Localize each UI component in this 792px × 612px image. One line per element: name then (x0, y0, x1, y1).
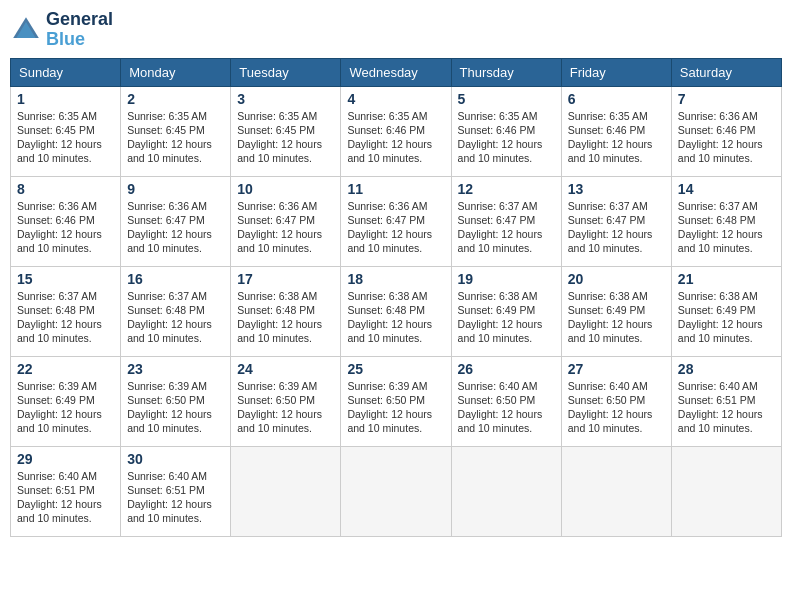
day-number: 25 (347, 361, 444, 377)
day-info: Sunrise: 6:35 AMSunset: 6:45 PMDaylight:… (237, 109, 334, 166)
day-info: Sunrise: 6:37 AMSunset: 6:48 PMDaylight:… (127, 289, 224, 346)
day-number: 14 (678, 181, 775, 197)
calendar-cell (561, 446, 671, 536)
calendar-cell: 22Sunrise: 6:39 AMSunset: 6:49 PMDayligh… (11, 356, 121, 446)
calendar-cell (231, 446, 341, 536)
calendar-cell: 12Sunrise: 6:37 AMSunset: 6:47 PMDayligh… (451, 176, 561, 266)
calendar-cell: 13Sunrise: 6:37 AMSunset: 6:47 PMDayligh… (561, 176, 671, 266)
calendar-cell: 26Sunrise: 6:40 AMSunset: 6:50 PMDayligh… (451, 356, 561, 446)
calendar-cell: 10Sunrise: 6:36 AMSunset: 6:47 PMDayligh… (231, 176, 341, 266)
day-info: Sunrise: 6:37 AMSunset: 6:47 PMDaylight:… (568, 199, 665, 256)
day-number: 7 (678, 91, 775, 107)
col-header-sunday: Sunday (11, 58, 121, 86)
day-info: Sunrise: 6:36 AMSunset: 6:46 PMDaylight:… (678, 109, 775, 166)
week-row-5: 29Sunrise: 6:40 AMSunset: 6:51 PMDayligh… (11, 446, 782, 536)
day-info: Sunrise: 6:37 AMSunset: 6:48 PMDaylight:… (17, 289, 114, 346)
calendar-header-row: SundayMondayTuesdayWednesdayThursdayFrid… (11, 58, 782, 86)
calendar-cell: 4Sunrise: 6:35 AMSunset: 6:46 PMDaylight… (341, 86, 451, 176)
day-number: 22 (17, 361, 114, 377)
day-number: 26 (458, 361, 555, 377)
day-number: 1 (17, 91, 114, 107)
calendar-cell: 21Sunrise: 6:38 AMSunset: 6:49 PMDayligh… (671, 266, 781, 356)
day-number: 23 (127, 361, 224, 377)
calendar-cell: 14Sunrise: 6:37 AMSunset: 6:48 PMDayligh… (671, 176, 781, 266)
week-row-1: 1Sunrise: 6:35 AMSunset: 6:45 PMDaylight… (11, 86, 782, 176)
day-number: 19 (458, 271, 555, 287)
calendar-cell (341, 446, 451, 536)
day-info: Sunrise: 6:38 AMSunset: 6:48 PMDaylight:… (237, 289, 334, 346)
day-number: 18 (347, 271, 444, 287)
calendar-cell: 1Sunrise: 6:35 AMSunset: 6:45 PMDaylight… (11, 86, 121, 176)
calendar-cell: 28Sunrise: 6:40 AMSunset: 6:51 PMDayligh… (671, 356, 781, 446)
day-info: Sunrise: 6:35 AMSunset: 6:46 PMDaylight:… (347, 109, 444, 166)
day-number: 20 (568, 271, 665, 287)
day-info: Sunrise: 6:40 AMSunset: 6:51 PMDaylight:… (127, 469, 224, 526)
day-info: Sunrise: 6:38 AMSunset: 6:49 PMDaylight:… (568, 289, 665, 346)
day-number: 16 (127, 271, 224, 287)
calendar-cell: 23Sunrise: 6:39 AMSunset: 6:50 PMDayligh… (121, 356, 231, 446)
day-number: 28 (678, 361, 775, 377)
day-info: Sunrise: 6:39 AMSunset: 6:50 PMDaylight:… (237, 379, 334, 436)
calendar-cell (671, 446, 781, 536)
calendar-cell: 11Sunrise: 6:36 AMSunset: 6:47 PMDayligh… (341, 176, 451, 266)
day-info: Sunrise: 6:39 AMSunset: 6:49 PMDaylight:… (17, 379, 114, 436)
calendar-cell: 16Sunrise: 6:37 AMSunset: 6:48 PMDayligh… (121, 266, 231, 356)
day-info: Sunrise: 6:40 AMSunset: 6:51 PMDaylight:… (678, 379, 775, 436)
calendar: SundayMondayTuesdayWednesdayThursdayFrid… (10, 58, 782, 537)
day-number: 8 (17, 181, 114, 197)
day-number: 30 (127, 451, 224, 467)
day-info: Sunrise: 6:35 AMSunset: 6:46 PMDaylight:… (458, 109, 555, 166)
calendar-cell: 6Sunrise: 6:35 AMSunset: 6:46 PMDaylight… (561, 86, 671, 176)
page-header: General Blue (10, 10, 782, 50)
day-info: Sunrise: 6:38 AMSunset: 6:48 PMDaylight:… (347, 289, 444, 346)
day-info: Sunrise: 6:35 AMSunset: 6:45 PMDaylight:… (127, 109, 224, 166)
calendar-cell (451, 446, 561, 536)
day-info: Sunrise: 6:38 AMSunset: 6:49 PMDaylight:… (458, 289, 555, 346)
calendar-cell: 30Sunrise: 6:40 AMSunset: 6:51 PMDayligh… (121, 446, 231, 536)
day-number: 4 (347, 91, 444, 107)
day-number: 24 (237, 361, 334, 377)
day-info: Sunrise: 6:35 AMSunset: 6:45 PMDaylight:… (17, 109, 114, 166)
week-row-4: 22Sunrise: 6:39 AMSunset: 6:49 PMDayligh… (11, 356, 782, 446)
calendar-cell: 20Sunrise: 6:38 AMSunset: 6:49 PMDayligh… (561, 266, 671, 356)
day-number: 27 (568, 361, 665, 377)
day-number: 29 (17, 451, 114, 467)
day-info: Sunrise: 6:36 AMSunset: 6:46 PMDaylight:… (17, 199, 114, 256)
day-number: 11 (347, 181, 444, 197)
day-info: Sunrise: 6:36 AMSunset: 6:47 PMDaylight:… (347, 199, 444, 256)
day-info: Sunrise: 6:39 AMSunset: 6:50 PMDaylight:… (127, 379, 224, 436)
day-number: 12 (458, 181, 555, 197)
day-info: Sunrise: 6:38 AMSunset: 6:49 PMDaylight:… (678, 289, 775, 346)
day-info: Sunrise: 6:40 AMSunset: 6:50 PMDaylight:… (568, 379, 665, 436)
day-number: 9 (127, 181, 224, 197)
calendar-cell: 17Sunrise: 6:38 AMSunset: 6:48 PMDayligh… (231, 266, 341, 356)
calendar-cell: 7Sunrise: 6:36 AMSunset: 6:46 PMDaylight… (671, 86, 781, 176)
day-number: 10 (237, 181, 334, 197)
calendar-cell: 29Sunrise: 6:40 AMSunset: 6:51 PMDayligh… (11, 446, 121, 536)
day-number: 3 (237, 91, 334, 107)
day-info: Sunrise: 6:37 AMSunset: 6:48 PMDaylight:… (678, 199, 775, 256)
day-info: Sunrise: 6:40 AMSunset: 6:51 PMDaylight:… (17, 469, 114, 526)
calendar-cell: 5Sunrise: 6:35 AMSunset: 6:46 PMDaylight… (451, 86, 561, 176)
day-info: Sunrise: 6:35 AMSunset: 6:46 PMDaylight:… (568, 109, 665, 166)
day-number: 21 (678, 271, 775, 287)
calendar-cell: 2Sunrise: 6:35 AMSunset: 6:45 PMDaylight… (121, 86, 231, 176)
day-number: 6 (568, 91, 665, 107)
calendar-cell: 15Sunrise: 6:37 AMSunset: 6:48 PMDayligh… (11, 266, 121, 356)
calendar-cell: 24Sunrise: 6:39 AMSunset: 6:50 PMDayligh… (231, 356, 341, 446)
col-header-tuesday: Tuesday (231, 58, 341, 86)
col-header-thursday: Thursday (451, 58, 561, 86)
day-info: Sunrise: 6:39 AMSunset: 6:50 PMDaylight:… (347, 379, 444, 436)
day-info: Sunrise: 6:40 AMSunset: 6:50 PMDaylight:… (458, 379, 555, 436)
day-number: 5 (458, 91, 555, 107)
col-header-wednesday: Wednesday (341, 58, 451, 86)
calendar-cell: 18Sunrise: 6:38 AMSunset: 6:48 PMDayligh… (341, 266, 451, 356)
day-info: Sunrise: 6:37 AMSunset: 6:47 PMDaylight:… (458, 199, 555, 256)
week-row-2: 8Sunrise: 6:36 AMSunset: 6:46 PMDaylight… (11, 176, 782, 266)
calendar-cell: 27Sunrise: 6:40 AMSunset: 6:50 PMDayligh… (561, 356, 671, 446)
logo-text: General Blue (46, 10, 113, 50)
week-row-3: 15Sunrise: 6:37 AMSunset: 6:48 PMDayligh… (11, 266, 782, 356)
day-number: 15 (17, 271, 114, 287)
col-header-monday: Monday (121, 58, 231, 86)
calendar-cell: 25Sunrise: 6:39 AMSunset: 6:50 PMDayligh… (341, 356, 451, 446)
